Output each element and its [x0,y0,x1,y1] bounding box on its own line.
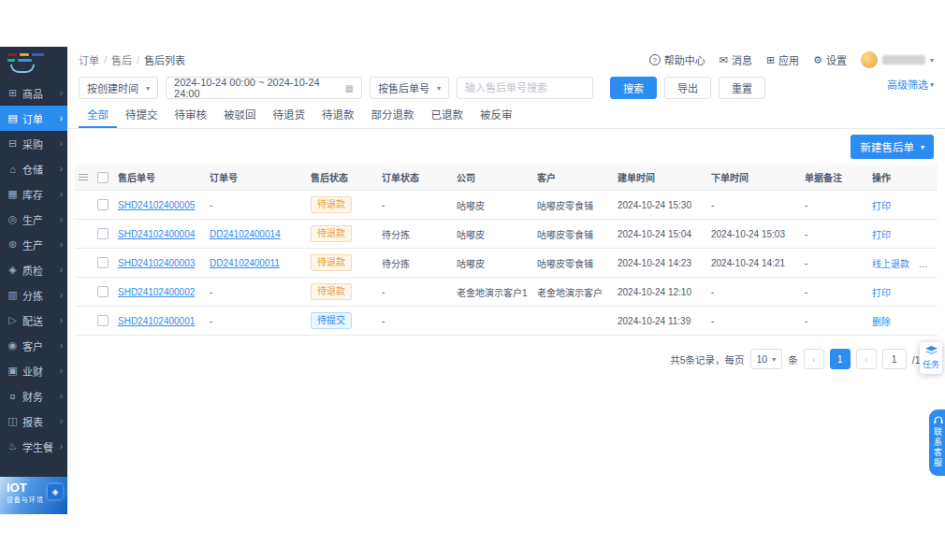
row-checkbox[interactable] [97,228,109,239]
tab-all[interactable]: 全部 [79,107,117,128]
user-name-redacted [882,55,925,65]
customers-icon: ◉ [7,339,19,352]
prev-page-button[interactable]: ‹ [804,349,824,369]
sidebar-item-label: 订单 [22,111,43,126]
aftersale-no-link[interactable]: SHD24102400001 [118,316,195,326]
help-center-button[interactable]: ? 帮助中心 [649,52,705,67]
sidebar-item-inventory[interactable]: ▦ 库存 › [0,181,67,207]
sidebar-item-reports[interactable]: ◫ 报表 › [0,409,67,434]
sidebar-item-label: 报表 [22,414,43,429]
messages-button[interactable]: ✉ 消息 [720,52,752,67]
tab-reverse-reviewed[interactable]: 被反审 [472,107,521,128]
sidebar-item-production-1[interactable]: ◎ 生产 › [0,207,67,232]
aftersale-no-link[interactable]: SHD24102400005 [118,200,195,210]
online-refund-link[interactable]: 线上退款 [872,259,909,269]
aftersale-no-link[interactable]: SHD24102400003 [118,258,195,268]
action-row: 新建售后单 ▾ [67,129,945,165]
sidebar: ⊞ 商品 › ▤ 订单 › ⊟ 采购 › ⌂ 仓储 › [0,47,67,514]
page-size-select[interactable]: 10 ▾ [750,349,783,369]
sidebar-item-delivery[interactable]: ▷ 配送 › [0,308,67,333]
sidebar-item-production-2[interactable]: ⊛ 生产 › [0,232,67,257]
date-range-input[interactable]: 2024-10-24 00:00 ~ 2024-10-24 24:00 ▦ [166,77,362,99]
order-no-link[interactable]: DD24102400011 [210,258,280,268]
reset-button[interactable]: 重置 [719,77,765,99]
customer-cell: 老金地演示客户 [533,285,614,299]
tab-partial-refund[interactable]: 部分退款 [363,107,423,128]
export-button[interactable]: 导出 [664,77,711,99]
tab-pending-refund[interactable]: 待退款 [313,107,363,128]
sidebar-item-quality[interactable]: ◈ 质检 › [0,257,67,282]
delete-link[interactable]: 删除 [872,317,891,327]
ordered-at-cell: - [707,200,801,210]
new-aftersale-button[interactable]: 新建售后单 ▾ [850,135,934,159]
row-checkbox[interactable] [97,199,109,210]
logo-stripe [32,53,44,56]
sidebar-item-purchase[interactable]: ⊟ 采购 › [0,131,67,156]
breadcrumb-item[interactable]: 售后 [111,52,132,67]
search-input[interactable] [465,82,585,93]
row-checkbox[interactable] [97,315,109,326]
search-input-wrap [457,77,593,99]
next-page-button[interactable]: › [856,349,877,369]
print-link[interactable]: 打印 [872,201,891,211]
print-link[interactable]: 打印 [872,230,891,240]
table-header-row: 售后单号 订单号 售后状态 订单状态 公司 客户 建单时间 下单时间 单据备注 … [75,165,938,191]
task-float-button[interactable]: 任务 [920,342,942,374]
tab-pending-submit[interactable]: 待提交 [117,107,167,128]
status-badge: 待退款 [311,225,352,242]
iot-brand-footer: IOT 设备与环境 ◈ [0,477,67,514]
ordered-at-cell: - [707,287,801,297]
reports-icon: ◫ [7,415,19,427]
sorting-icon: ▥ [7,289,19,301]
tab-rejected[interactable]: 被驳回 [215,107,265,128]
tab-refunded[interactable]: 已退款 [423,107,472,128]
order-no-link[interactable]: DD24102400014 [210,229,281,239]
advanced-filter-link[interactable]: 高级筛选 ▾ [887,77,934,92]
settings-label: 设置 [826,52,847,67]
time-field-select[interactable]: 按创建时间 ▾ [79,77,158,99]
logo-stripe [7,53,17,56]
sidebar-item-label: 商品 [22,86,43,101]
apps-button[interactable]: ⊞ 应用 [766,52,799,67]
orders-icon: ▤ [7,112,19,124]
sidebar-item-label: 客户 [22,338,43,353]
chevron-right-icon: › [60,189,63,199]
row-checkbox[interactable] [97,257,109,268]
created-at-cell: 2024-10-24 11:39 [614,316,707,326]
brand-logo [0,47,67,75]
sidebar-item-orders[interactable]: ▤ 订单 › [0,106,67,131]
print-link[interactable]: 打印 [872,288,891,298]
row-checkbox[interactable] [97,286,109,297]
brand-logo-stripes [7,59,60,62]
current-page-button[interactable]: 1 [830,349,850,369]
tab-pending-return[interactable]: 待退货 [265,107,314,128]
tab-pending-review[interactable]: 待审核 [167,107,216,128]
select-all-checkbox[interactable] [97,172,109,183]
breadcrumb-item[interactable]: 订单 [79,52,99,67]
user-menu[interactable]: ▾ [861,51,934,68]
print-link[interactable]: 打印 [919,259,938,269]
sidebar-item-finance[interactable]: ¤ 财务 › [0,383,67,409]
sidebar-item-sorting[interactable]: ▥ 分拣 › [0,282,67,308]
search-button[interactable]: 搜索 [610,77,657,99]
purchase-icon: ⊟ [7,137,19,150]
search-field-select[interactable]: 按售后单号 ▾ [370,77,449,99]
settings-button[interactable]: ⚙ 设置 [813,52,847,67]
help-label: 帮助中心 [664,52,705,67]
sidebar-item-label: 质检 [22,263,43,278]
chevron-down-icon: ▾ [437,84,441,93]
sidebar-item-products[interactable]: ⊞ 商品 › [0,80,67,106]
table-row: SHD24102400004 DD24102400014 待退款 待分拣 咕嘟皮… [75,220,938,249]
chevron-right-icon: › [60,416,63,426]
sidebar-item-student-meal[interactable]: ♨ 学生餐 › [0,434,67,459]
contact-service-button[interactable]: 联系客服 [929,409,945,476]
column-settings-icon[interactable] [79,174,88,180]
sidebar-item-customers[interactable]: ◉ 客户 › [0,333,67,358]
ordered-at-cell: 2024-10-24 15:03 [707,229,801,239]
page-jump-input[interactable] [882,349,907,369]
sidebar-item-business-finance[interactable]: ▣ 业财 › [0,358,67,383]
remark-cell: - [801,229,868,239]
sidebar-item-warehouse[interactable]: ⌂ 仓储 › [0,156,67,181]
aftersale-no-link[interactable]: SHD24102400004 [118,229,195,239]
aftersale-no-link[interactable]: SHD24102400002 [118,287,195,297]
